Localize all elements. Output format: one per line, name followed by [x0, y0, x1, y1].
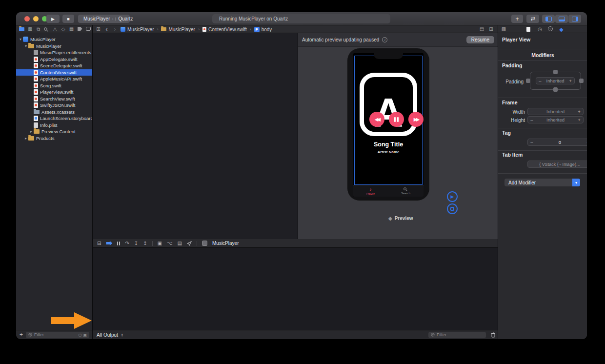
library-button[interactable]: + [511, 15, 523, 23]
stepper-plus[interactable]: + [575, 109, 583, 114]
padding-bottom-handle[interactable] [553, 87, 558, 92]
tab-player[interactable]: ♪Player [366, 187, 375, 195]
running-app-label[interactable]: MusicPlayer [212, 241, 239, 246]
file-row[interactable]: Assets.xcassets [16, 109, 92, 116]
file-row[interactable]: SceneDelegate.swift [16, 62, 92, 69]
forward-icon[interactable]: › [112, 26, 118, 32]
file-row[interactable]: ▾MusicPlayer [16, 36, 92, 43]
pause-execution-icon[interactable] [117, 242, 120, 245]
stepper-plus[interactable]: + [575, 117, 583, 122]
project-navigator-icon[interactable] [19, 27, 24, 31]
minimize-window-button[interactable] [33, 16, 39, 21]
memory-graph-icon[interactable]: ⌥ [167, 241, 173, 246]
attributes-inspector-icon[interactable]: ◆ [559, 27, 564, 32]
tab-search[interactable]: Search [401, 187, 410, 195]
width-stepper[interactable]: – Inherited + [527, 108, 584, 115]
file-inspector-icon[interactable] [526, 27, 530, 32]
close-window-button[interactable] [24, 16, 30, 21]
navigator-filter-field[interactable]: Filter ◷▣ [26, 332, 89, 338]
file-row[interactable]: Song.swift [16, 82, 92, 89]
iphone-preview-device[interactable]: A Song Title Artist Name ◀◀ ▶▶ ♪Player S… [347, 48, 430, 201]
step-out-icon[interactable]: ↥ [143, 241, 147, 246]
hide-debug-area-icon[interactable]: ⊟ [97, 241, 101, 246]
toggle-debug-area-button[interactable] [555, 15, 568, 23]
add-file-button[interactable]: + [20, 331, 23, 338]
file-row[interactable]: PlayerView.swift [16, 89, 92, 96]
scheme-selector[interactable]: MusicPlayer › Quartz [78, 15, 130, 23]
fast-forward-button[interactable]: ▶▶ [408, 112, 424, 127]
console-filter-field[interactable]: Filter [428, 332, 486, 338]
stepper-minus[interactable]: – [528, 109, 536, 114]
step-into-icon[interactable]: ↧ [134, 241, 138, 246]
console-scope-select[interactable]: All Output [97, 332, 118, 338]
disclosure-arrow-icon[interactable]: ▸ [29, 129, 34, 134]
clear-console-button[interactable] [491, 332, 496, 338]
related-items-icon[interactable]: ⊞ [96, 27, 101, 32]
file-row[interactable]: AppleMusicAPI.swift [16, 76, 92, 82]
stepper-minus[interactable]: – [528, 117, 536, 122]
simulate-location-icon[interactable] [187, 241, 192, 246]
environment-overrides-icon[interactable]: ▤ [178, 241, 182, 246]
padding-stepper[interactable]: – Inherited + [536, 77, 575, 84]
live-preview-button[interactable]: ▶ [447, 191, 458, 202]
breadcrumb-group[interactable]: MusicPlayer [161, 27, 195, 32]
issue-navigator-icon[interactable]: △ [52, 27, 58, 32]
run-button[interactable]: ▶ [46, 15, 60, 23]
file-row[interactable]: LaunchScreen.storyboard [16, 115, 92, 122]
breakpoint-navigator-icon[interactable] [77, 27, 82, 32]
file-row[interactable]: AppDelegate.swift [16, 56, 92, 63]
stepper-minus[interactable]: – [528, 140, 536, 145]
breadcrumb-file[interactable]: ContentView.swift [202, 27, 247, 32]
stepper-plus[interactable]: + [584, 140, 587, 145]
history-inspector-icon[interactable]: ◷ [537, 27, 543, 32]
view-hierarchy-icon[interactable]: ▣ [158, 241, 162, 246]
stepper-plus[interactable]: + [566, 78, 574, 83]
preview-on-device-button[interactable] [447, 203, 458, 214]
back-icon[interactable]: ‹ [104, 26, 109, 32]
stepper-minus[interactable]: – [536, 78, 544, 83]
disclosure-arrow-icon[interactable]: ▸ [23, 136, 28, 141]
info-icon[interactable]: i [382, 37, 387, 42]
file-row[interactable]: MusicPlayer.entitlements [16, 49, 92, 56]
add-modifier-dropdown[interactable]: Add Modifier ▾ [504, 179, 580, 186]
height-stepper[interactable]: – Inherited + [527, 116, 584, 123]
pause-button[interactable] [389, 112, 404, 127]
step-over-icon[interactable]: ↷ [125, 241, 129, 246]
stop-button[interactable]: ■ [62, 15, 74, 23]
editor-layout-icon[interactable]: ▥ [501, 27, 506, 32]
editor-options-icon[interactable]: ▤ [479, 27, 484, 32]
breakpoints-toggle-icon[interactable] [106, 241, 112, 245]
recent-files-icon[interactable]: ◷ [78, 333, 81, 337]
scm-status-filter-icon[interactable]: ▣ [83, 333, 87, 337]
find-navigator-icon[interactable] [44, 27, 49, 32]
rewind-button[interactable]: ◀◀ [369, 112, 384, 127]
tag-stepper[interactable]: – 0 + [527, 139, 587, 146]
symbol-navigator-icon[interactable]: ⧉ [36, 27, 41, 32]
file-row[interactable]: Info.plist [16, 122, 92, 129]
test-navigator-icon[interactable]: ◇ [60, 27, 66, 32]
padding-left-handle[interactable] [526, 79, 530, 83]
breadcrumb-project[interactable]: MusicPlayer [121, 27, 154, 32]
toggle-inspector-button[interactable] [568, 15, 581, 23]
file-row[interactable]: ContentView.swift [16, 69, 92, 76]
toggle-navigator-button[interactable] [542, 15, 555, 23]
add-editor-icon[interactable]: ⊞ [488, 27, 494, 32]
breadcrumb-symbol[interactable]: Pbody [254, 27, 272, 32]
tab-item-value-button[interactable]: { VStack {¬ Image(… [527, 161, 587, 168]
code-editor[interactable] [93, 33, 298, 239]
file-row[interactable]: ▸Preview Content [16, 128, 92, 135]
file-row[interactable]: ▸Products [16, 135, 92, 142]
report-navigator-icon[interactable] [85, 27, 91, 32]
console-log[interactable] [93, 248, 498, 330]
disclosure-arrow-icon[interactable]: ▾ [18, 37, 23, 41]
disclosure-arrow-icon[interactable]: ▾ [23, 44, 28, 48]
source-control-navigator-icon[interactable]: ⊠ [27, 27, 33, 32]
debug-navigator-icon[interactable]: ▦ [69, 27, 74, 32]
resume-button[interactable]: Resume [466, 36, 494, 43]
editor-swap-button[interactable]: ⇄ [526, 15, 539, 23]
file-row[interactable]: SearchView.swift [16, 96, 92, 102]
padding-right-handle[interactable] [579, 79, 584, 83]
file-row[interactable]: SwiftyJSON.swift [16, 102, 92, 109]
quick-help-inspector-icon[interactable]: ? [548, 26, 553, 31]
padding-top-handle[interactable] [553, 70, 558, 74]
